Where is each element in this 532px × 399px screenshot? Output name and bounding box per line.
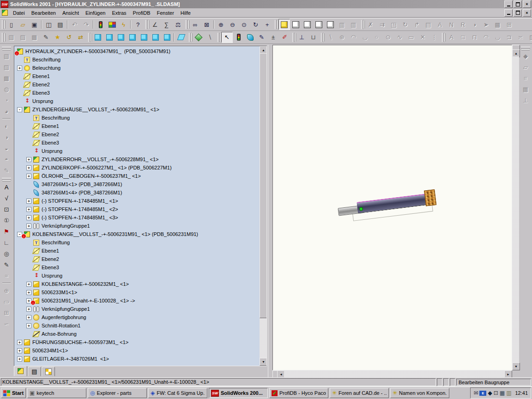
perspective-button[interactable] — [325, 19, 336, 30]
right-view-button[interactable] — [127, 32, 138, 43]
hydraulic-cylinder-model[interactable] — [338, 186, 441, 221]
tree-item[interactable]: Ebene2 — [14, 80, 259, 89]
menu-item-ansicht[interactable]: Ansicht — [59, 9, 82, 17]
tab-propertymanager[interactable]: ▤ — [28, 367, 41, 376]
annotation-pen-button[interactable]: ✎ — [0, 259, 12, 270]
toolbar-grip[interactable] — [2, 178, 11, 180]
expand-toggle[interactable]: + — [26, 307, 31, 312]
toolbar-grip[interactable] — [275, 20, 277, 29]
viewport-vertical-scrollbar[interactable]: ▲ ▼ — [512, 45, 519, 370]
toolbar-grip[interactable] — [2, 20, 4, 29]
expand-toggle[interactable]: + — [17, 348, 22, 353]
scrollbar-thumb[interactable] — [260, 53, 267, 318]
expand-toggle[interactable]: + — [26, 224, 31, 229]
sketch-entity-button[interactable]: ✎ — [256, 32, 267, 43]
toolbar-grip[interactable] — [321, 33, 323, 42]
scrollbar-track[interactable] — [284, 370, 505, 377]
edit-color-button[interactable] — [106, 19, 118, 30]
expand-toggle[interactable]: + — [17, 66, 22, 71]
save-button[interactable]: ▣ — [29, 19, 40, 30]
toolbar-grip[interactable] — [442, 33, 444, 42]
toolbar-grip[interactable] — [521, 47, 530, 49]
print-button[interactable]: ▤ — [54, 19, 66, 30]
elsa-icon[interactable]: E — [479, 391, 486, 396]
stacked-balloon-button[interactable]: ① — [0, 215, 12, 226]
print-preview-button[interactable]: ◫ — [43, 19, 54, 30]
normal-to-button[interactable] — [175, 32, 187, 43]
isometric-view-button[interactable] — [161, 32, 173, 43]
toolbar-grip[interactable] — [189, 33, 191, 42]
toolbar-grip[interactable] — [88, 33, 91, 42]
tree-item[interactable]: +ZYLINDERROHR__VOLLST_-+-5006228M91_ <1> — [14, 155, 259, 163]
task-button-profidb-hyco-paco[interactable]: ✓ProfiDB - Hyco Paco... — [269, 388, 328, 398]
toolbar-grip[interactable] — [145, 20, 148, 29]
expand-toggle[interactable]: + — [26, 315, 31, 320]
tree-item[interactable]: +GLEITLAGER-+-3487026M1 <1> — [14, 355, 259, 363]
select-button[interactable]: ↖ — [221, 32, 233, 43]
printer-icon[interactable]: ▥ — [506, 390, 511, 396]
hidden-lines-gray-button[interactable] — [302, 19, 313, 30]
task-button-namen-von-kompon[interactable]: ✳Namen von Kompon... — [390, 388, 449, 398]
tree-item[interactable]: +KOLBENSTANGE-+-5006232M1_ <1> — [14, 280, 259, 288]
balloon-button[interactable]: ⊡ — [0, 204, 12, 215]
tree-item[interactable]: Ebene3 — [14, 139, 259, 147]
rotate-component-button[interactable]: ↺ — [63, 32, 75, 43]
tree-item[interactable]: Ebene1 — [14, 122, 259, 130]
tree-item[interactable]: Beschriftung — [14, 55, 259, 64]
tree-item[interactable]: +5006233M1<1> — [14, 288, 259, 296]
zoom-to-fit-button[interactable]: ∞ — [189, 19, 201, 30]
task-button-solidworks-200[interactable]: SWSolidWorks 200... — [209, 388, 268, 398]
menu-item-extras[interactable]: Extras — [109, 9, 129, 17]
tab-configurationmanager[interactable] — [42, 367, 55, 376]
surface-finish-button[interactable]: √ — [0, 193, 12, 204]
tree-item[interactable]: Ebene1 — [14, 72, 259, 80]
menu-item-bearbeiten[interactable]: Bearbeiten — [28, 9, 59, 17]
tree-item[interactable]: +↓5006231M91_Unaht-+-E-100028_ <1> -> — [14, 296, 259, 305]
tree-item[interactable]: +(-) STOPFEN-+-1748485M1_ <2> — [14, 205, 259, 213]
doc-minimize-button[interactable] — [504, 9, 513, 17]
tree-scrollbar[interactable]: ▲ ▼ — [260, 46, 266, 366]
doc-restore-button[interactable] — [514, 9, 522, 17]
hidden-lines-removed-button[interactable] — [290, 19, 302, 30]
tree-item[interactable]: Achse-Bohrung — [14, 330, 259, 338]
expand-toggle[interactable]: - — [17, 107, 22, 112]
zoom-to-area-button[interactable]: ⊠ — [201, 19, 212, 30]
tree-item[interactable]: -↓KOLBENSTANGE__VOLLST_-+-5006231M91_ <1… — [14, 230, 259, 238]
toolbar-grip[interactable] — [361, 20, 363, 29]
top-view-button[interactable] — [138, 32, 150, 43]
datum-feature-symbol-button[interactable]: ⚑ — [0, 226, 12, 237]
tree-item[interactable]: Ursprung — [14, 147, 259, 155]
tree-item[interactable]: Ebene3 — [14, 263, 259, 272]
expand-toggle[interactable]: + — [26, 207, 31, 212]
tree-item[interactable]: +(-) STOPFEN-+-1748485M1_ <3> — [14, 213, 259, 222]
restore-button[interactable] — [514, 0, 522, 8]
network-icon[interactable]: ▦ — [500, 390, 505, 396]
scroll-down-button[interactable]: ▼ — [512, 363, 520, 370]
expand-toggle[interactable]: + — [26, 199, 31, 204]
pan-button[interactable]: + — [261, 19, 273, 30]
shaded-button[interactable] — [278, 19, 290, 30]
minimize-button[interactable] — [504, 0, 513, 8]
expand-toggle[interactable]: + — [26, 215, 31, 220]
zoom-to-selection-button[interactable]: ⊙ — [238, 19, 250, 30]
3d-sketch-button[interactable]: ∖ — [204, 32, 216, 43]
task-button-keytech[interactable]: ▣keytech — [27, 388, 86, 398]
tree-item[interactable]: +VerknüpfungGruppe1 — [14, 305, 259, 313]
tree-item[interactable]: Ebene2 — [14, 130, 259, 139]
tree-item[interactable]: -ZYLINDERGEHÄUSE__VOLLST_-+-5006230M91_ … — [14, 105, 259, 114]
zoom-in-out-button[interactable]: ⊕ — [215, 19, 227, 30]
sketch-button[interactable] — [193, 32, 204, 43]
tree-item[interactable]: Beschriftung — [14, 238, 259, 247]
task-button-explorer-parts[interactable]: ◎Explorer - parts — [88, 388, 147, 398]
equations-button[interactable]: ∑ — [161, 19, 172, 30]
close-button[interactable]: × — [523, 0, 531, 8]
menu-item-hilfe[interactable]: Hilfe — [177, 9, 194, 17]
tree-item[interactable]: Ursprung — [14, 272, 259, 280]
modify-sketch-button[interactable]: ± — [267, 32, 279, 43]
expand-toggle[interactable]: + — [26, 323, 31, 328]
eraser-button[interactable]: ✐ — [279, 32, 290, 43]
solidworks-app-icon[interactable]: SW — [1, 1, 8, 8]
edit-color-button[interactable] — [244, 32, 256, 43]
scrollbar-track[interactable] — [512, 56, 519, 363]
task-button-fw-cat-6-sigma-up[interactable]: ◈FW: Cat 6 Sigma Up... — [148, 388, 207, 398]
